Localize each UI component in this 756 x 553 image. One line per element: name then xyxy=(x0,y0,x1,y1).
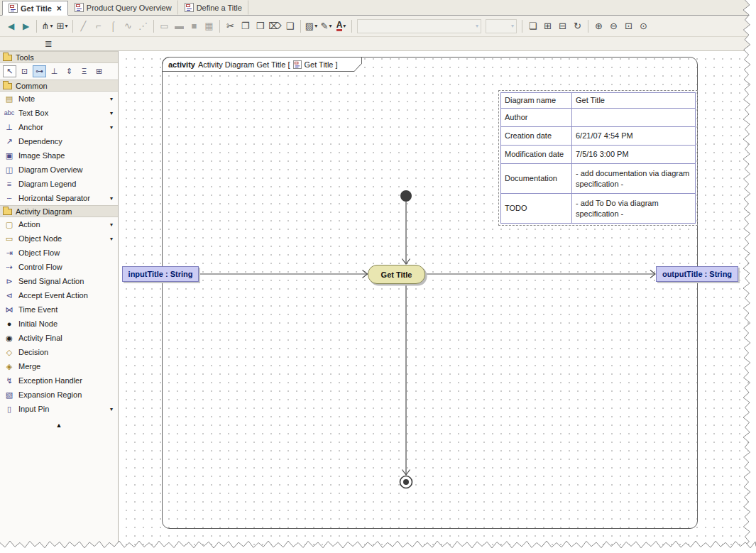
rectilinear-path-button[interactable]: ⌐ xyxy=(91,18,106,34)
table-row[interactable]: TODO- add To Do via diagram specificatio… xyxy=(501,194,696,224)
link-tool-button[interactable]: ⊶ xyxy=(33,65,46,77)
fill-color-button[interactable]: ▨▾ xyxy=(304,18,319,34)
table-row[interactable]: Documentation- add documentation via dia… xyxy=(501,164,696,194)
close-tab-icon[interactable]: × xyxy=(57,4,62,13)
zoom-original-button[interactable]: ⊙ xyxy=(636,18,651,34)
palette-item-note[interactable]: ▤Note▾ xyxy=(0,92,118,106)
make-same-width-button[interactable]: ▭ xyxy=(157,18,172,34)
palette-item-input-pin[interactable]: ▯Input Pin▾ xyxy=(0,402,118,416)
palette-item-exception-handler[interactable]: ↯Exception Handler xyxy=(0,373,118,388)
palette-item-merge[interactable]: ◈Merge xyxy=(0,359,118,373)
folder-icon xyxy=(3,55,12,61)
clone-button[interactable]: ❑ xyxy=(283,18,297,34)
zoom-out-button[interactable]: ⊖ xyxy=(606,18,621,34)
grid-edit-tool-button[interactable]: ⊞ xyxy=(92,65,106,77)
palette-item-diagram-legend[interactable]: ≡Diagram Legend xyxy=(0,177,118,191)
back-button[interactable]: ◀ xyxy=(4,18,18,34)
toolbar-separator xyxy=(153,20,154,33)
font-combobox[interactable]: ▾ xyxy=(357,19,481,33)
chevron-down-icon[interactable]: ▾ xyxy=(110,96,115,102)
chevron-down-icon[interactable]: ▾ xyxy=(110,195,115,202)
diagram-canvas[interactable]: activity Activity Diagram Get Title [ Ge… xyxy=(119,51,756,553)
palette-item-text-box[interactable]: abcText Box▾ xyxy=(0,106,118,120)
palette-item-activity-final[interactable]: ◉Activity Final xyxy=(0,331,118,345)
tab-product-query-overview[interactable]: Product Query Overview xyxy=(68,0,178,15)
palette-item-send-signal-action[interactable]: ⊳Send Signal Action xyxy=(0,274,118,288)
toolbar-separator xyxy=(351,20,352,33)
tab-get-title[interactable]: Get Title × xyxy=(2,1,68,16)
palette-section-common[interactable]: Common xyxy=(0,80,118,92)
chevron-down-icon[interactable]: ▾ xyxy=(110,221,115,228)
action-node-get-title[interactable]: Get Title xyxy=(368,265,425,284)
tab-define-a-title[interactable]: Define a Title xyxy=(178,0,248,15)
make-same-size-button[interactable]: ■ xyxy=(187,18,202,34)
refresh-button[interactable]: ↻ xyxy=(570,18,585,34)
cut-button[interactable]: ✂ xyxy=(223,18,238,34)
palette-item-initial-node[interactable]: ●Initial Node xyxy=(0,317,118,331)
palette-item-expansion-region[interactable]: ▧Expansion Region xyxy=(0,388,118,402)
accept-event-action-icon: ⊲ xyxy=(3,291,16,300)
distribute-tool-icon: ⇕ xyxy=(66,67,72,75)
delete-button[interactable]: ⌦ xyxy=(268,18,283,34)
structure-tree-button[interactable]: ≣ xyxy=(41,38,56,50)
table-row[interactable]: Diagram nameGet Title xyxy=(501,93,696,109)
table-row[interactable]: Author xyxy=(501,109,696,127)
palette-section-tools[interactable]: Tools xyxy=(0,51,118,63)
diagram-legend-icon: ≡ xyxy=(3,180,16,188)
align-button[interactable]: ⊞▾ xyxy=(55,18,70,34)
chevron-down-icon[interactable]: ▾ xyxy=(110,406,115,412)
palette-item-dependency[interactable]: ↗Dependency xyxy=(0,134,118,148)
activity-parameter-input[interactable]: inputTitle : String xyxy=(122,266,199,282)
selection-tool-button[interactable]: ↖ xyxy=(3,65,16,77)
copy-diagram-button[interactable]: ❏ xyxy=(525,18,540,34)
zoom-original-icon: ⊙ xyxy=(640,21,647,31)
palette-section-activity-diagram[interactable]: Activity Diagram xyxy=(0,205,118,217)
palette-item-diagram-overview[interactable]: ◫Diagram Overview xyxy=(0,163,118,177)
palette-item-decision[interactable]: ◇Decision xyxy=(0,345,118,359)
stack-tool-button[interactable]: Ξ xyxy=(77,65,91,77)
dashed-path-button[interactable]: ⋰ xyxy=(136,18,150,34)
palette-item-time-event[interactable]: ⋈Time Event xyxy=(0,302,118,317)
chevron-down-icon[interactable]: ▾ xyxy=(110,110,115,116)
oblique-line-icon: ╱ xyxy=(81,21,87,31)
palette-item-image-shape[interactable]: ▣Image Shape xyxy=(0,148,118,163)
make-same-height-button[interactable]: ▬ xyxy=(172,18,187,34)
table-row[interactable]: Modification date7/5/16 3:00 PM xyxy=(501,146,696,164)
initial-node xyxy=(400,190,412,202)
anchor-tool-button[interactable]: ⊥ xyxy=(48,65,61,77)
forward-button[interactable]: ▶ xyxy=(18,18,33,34)
paste-button[interactable]: ❒ xyxy=(253,18,268,34)
diagram-info-table[interactable]: Diagram nameGet Title Author Creation da… xyxy=(500,92,696,224)
activity-parameter-output[interactable]: outputTitle : String xyxy=(656,266,738,282)
tab-label: Get Title xyxy=(21,4,52,13)
paste-diagram-button[interactable]: ⊞ xyxy=(540,18,555,34)
chevron-down-icon[interactable]: ▾ xyxy=(110,124,115,131)
palette-item-accept-event-action[interactable]: ⊲Accept Event Action xyxy=(0,288,118,302)
folder-icon xyxy=(3,83,12,89)
oblique-path-button[interactable]: ╱ xyxy=(76,18,91,34)
distribute-tool-button[interactable]: ⇕ xyxy=(62,65,76,77)
layout-grid-button[interactable]: ▦ xyxy=(202,18,217,34)
palette-item-horizontal-separator[interactable]: ┄Horizontal Separator▾ xyxy=(0,191,118,205)
copy-button[interactable]: ❐ xyxy=(238,18,253,34)
curved-path-button[interactable]: ∿ xyxy=(121,18,136,34)
layout-button[interactable]: ⋔▾ xyxy=(40,18,55,34)
palette-item-anchor[interactable]: ⊥Anchor▾ xyxy=(0,120,118,134)
chevron-down-icon[interactable]: ▾ xyxy=(110,236,115,242)
palette-item-object-node[interactable]: ▭Object Node▾ xyxy=(0,231,118,246)
chevron-down-icon: ▾ xyxy=(476,23,478,29)
marquee-tool-button[interactable]: ⊡ xyxy=(18,65,31,77)
zoom-in-button[interactable]: ⊕ xyxy=(591,18,606,34)
font-size-combobox[interactable]: ▾ xyxy=(486,19,517,33)
zoom-fit-button[interactable]: ⊡ xyxy=(621,18,636,34)
table-row[interactable]: Creation date6/21/07 4:54 PM xyxy=(501,127,696,146)
font-color-button[interactable]: A▾ xyxy=(334,18,349,34)
bezier-path-button[interactable]: ⌠ xyxy=(106,18,121,34)
palette-item-action[interactable]: ▢Action▾ xyxy=(0,217,118,231)
tab-label: Product Query Overview xyxy=(87,4,172,12)
scroll-up-icon[interactable]: ▲ xyxy=(0,422,118,429)
export-diagram-button[interactable]: ⊟ xyxy=(555,18,570,34)
palette-item-object-flow[interactable]: ⇥Object Flow xyxy=(0,246,118,260)
line-color-button[interactable]: ✎▾ xyxy=(319,18,334,34)
palette-item-control-flow[interactable]: ⇢Control Flow xyxy=(0,260,118,274)
